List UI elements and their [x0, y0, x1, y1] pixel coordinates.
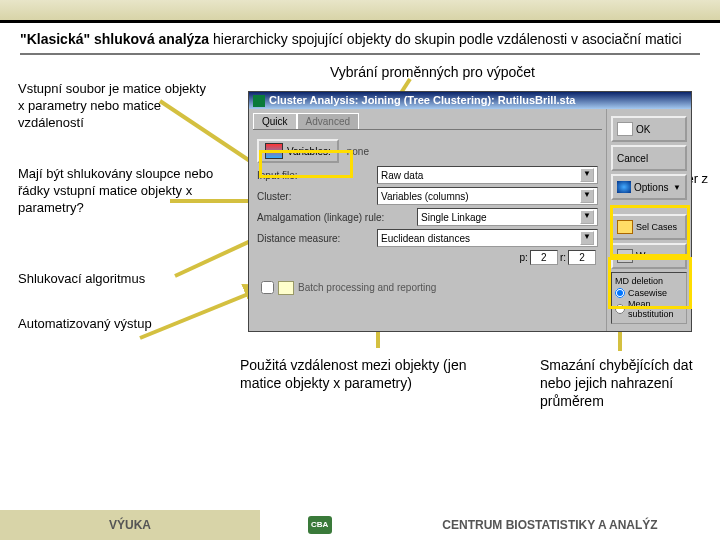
footer-left: VÝUKA [0, 510, 260, 540]
weight-icon [617, 249, 633, 263]
selcases-button[interactable]: Sel Cases [611, 214, 687, 240]
batch-checkbox[interactable] [261, 281, 274, 294]
tab-advanced[interactable]: Advanced [297, 113, 359, 129]
variables-label: Variables: [287, 146, 331, 157]
distance-select[interactable]: Euclidean distances▼ [377, 229, 598, 247]
label-input-file: Vstupní soubor je matice objekty x param… [18, 81, 208, 132]
dialog-title: Cluster Analysis: Joining (Tree Clusteri… [249, 92, 691, 109]
tab-row: Quick Advanced [253, 113, 602, 130]
chevron-down-icon: ▼ [673, 183, 681, 192]
intro-text: "Klasická" shluková analýza hierarchicky… [0, 23, 720, 51]
chevron-down-icon: ▼ [580, 210, 594, 224]
intro-strong: "Klasická" shluková analýza [20, 31, 209, 47]
variables-button[interactable]: Variables: [257, 139, 339, 163]
chevron-down-icon: ▼ [580, 231, 594, 245]
r-input[interactable] [568, 250, 596, 265]
footer-right: CENTRUM BIOSTATISTIKY A ANALÝZ [380, 518, 720, 532]
amalg-label: Amalgamation (linkage) rule: [257, 212, 417, 223]
radio-mean-input[interactable] [615, 304, 625, 314]
input-file-label: Input file: [257, 170, 377, 181]
options-icon [617, 181, 631, 193]
md-title: MD deletion [615, 276, 683, 286]
radio-casewise[interactable]: Casewise [615, 288, 683, 298]
weight-button[interactable]: W [611, 243, 687, 269]
variables-icon [265, 143, 283, 159]
ok-button[interactable]: OK [611, 116, 687, 142]
options-button[interactable]: Options▼ [611, 174, 687, 200]
batch-icon [278, 281, 294, 295]
cba-logo-icon [308, 516, 332, 534]
batch-label: Batch processing and reporting [298, 282, 436, 293]
label-algorithm: Shlukovací algoritmus [18, 271, 218, 288]
cluster-label: Cluster: [257, 191, 377, 202]
variables-value: none [347, 146, 369, 157]
footer-logo [260, 516, 380, 534]
cancel-button[interactable]: Cancel [611, 145, 687, 171]
amalg-select[interactable]: Single Linkage▼ [417, 208, 598, 226]
label-missing: Smazání chybějících dat nebo jejich nahr… [540, 356, 715, 411]
footer: VÝUKA CENTRUM BIOSTATISTIKY A ANALÝZ [0, 510, 720, 540]
summary-icon [617, 122, 633, 136]
underline [20, 53, 700, 55]
label-distance: Použitá vzdálenost mezi objekty (jen mat… [240, 356, 510, 392]
dialog-cluster: Cluster Analysis: Joining (Tree Clusteri… [248, 91, 692, 332]
label-select-vars: Vybrání proměnných pro výpočet [330, 63, 535, 81]
md-deletion-group: MD deletion Casewise Mean substitution [611, 272, 687, 324]
radio-casewise-input[interactable] [615, 288, 625, 298]
p-input[interactable] [530, 250, 558, 265]
chevron-down-icon: ▼ [580, 168, 594, 182]
cluster-select[interactable]: Variables (columns)▼ [377, 187, 598, 205]
chevron-down-icon: ▼ [580, 189, 594, 203]
label-rows-cols: Mají být shlukovány sloupce nebo řádky v… [18, 166, 218, 217]
input-file-select[interactable]: Raw data▼ [377, 166, 598, 184]
content-area: Vstupní soubor je matice objekty x param… [0, 61, 720, 441]
cases-icon [617, 220, 633, 234]
tab-quick[interactable]: Quick [253, 113, 297, 129]
distance-label: Distance measure: [257, 233, 377, 244]
intro-rest: hierarchicky spojující objekty do skupin… [209, 31, 681, 47]
top-bar [0, 0, 720, 23]
r-label: r: [560, 252, 566, 263]
radio-mean[interactable]: Mean substitution [615, 299, 683, 319]
p-label: p: [520, 252, 528, 263]
batch-row: Batch processing and reporting [253, 274, 602, 301]
side-buttons: OK Cancel Options▼ Sel Cases W MD deleti… [606, 109, 691, 331]
label-auto-output: Automatizovaný výstup [18, 316, 218, 333]
